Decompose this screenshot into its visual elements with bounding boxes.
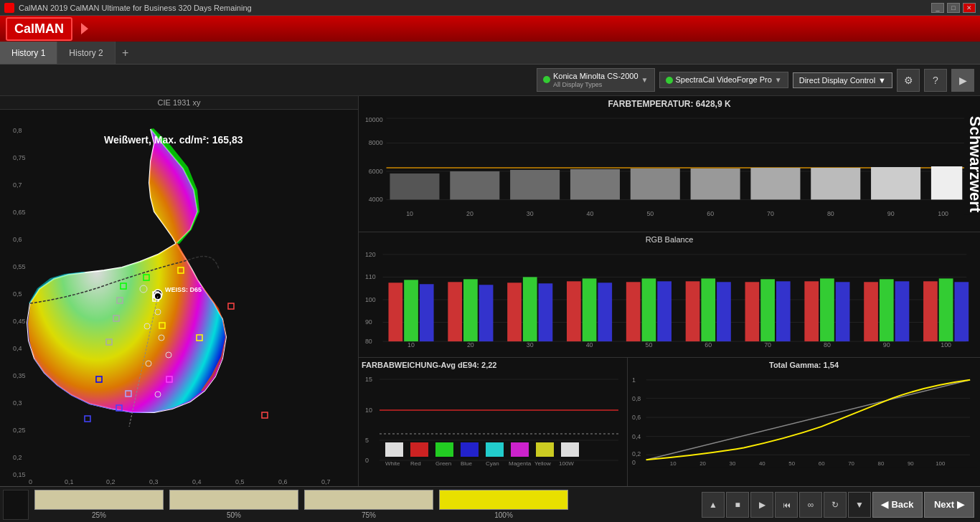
bottom-charts: FARBABWEICHUNG-Avg dE94: 2,22 15 10 5 0 [359,358,980,486]
svg-text:10: 10 [365,407,372,414]
svg-text:0,2: 0,2 [13,454,22,461]
svg-text:40: 40 [759,460,765,467]
svg-rect-106 [507,283,522,341]
svg-text:100: 100 [936,460,946,467]
direct-display-button[interactable]: Direct Display Control ▼ [793,72,892,88]
svg-text:Magenta: Magenta [509,460,532,467]
back-button[interactable]: ◀ Back [872,492,923,518]
svg-text:8000: 8000 [369,139,383,146]
svg-rect-105 [479,285,494,341]
svg-text:0,65: 0,65 [13,209,26,216]
bottom-nav: ▲ ■ ▶ ⏮ ∞ ↻ ▼ ◀ Back Next ▶ [702,492,980,518]
skip-back-button[interactable]: ⏮ [775,492,798,518]
svg-text:90: 90 [883,341,890,348]
cie-chart: 0,8 0,75 0,7 0,65 0,6 0,55 0,5 0,45 0,4 … [0,110,358,485]
svg-rect-114 [657,281,672,341]
source-device-button[interactable]: Konica Minolta CS-2000 All Display Types… [537,68,655,92]
svg-rect-108 [539,283,553,341]
next-button[interactable]: Next ▶ [924,492,974,518]
svg-text:60: 60 [705,341,712,348]
settings-icon: ⚙ [904,75,913,86]
svg-text:0,5: 0,5 [235,478,245,485]
svg-text:0,2: 0,2 [632,450,641,457]
svg-text:0: 0 [29,478,32,485]
svg-text:0,3: 0,3 [13,399,22,407]
svg-text:0,45: 0,45 [13,318,26,325]
maximize-button[interactable]: □ [947,3,960,13]
settings-button[interactable]: ⚙ [897,69,920,92]
svg-text:0,2: 0,2 [106,478,116,485]
swatch-black [3,490,29,520]
svg-text:50: 50 [645,341,652,348]
svg-rect-124 [864,282,878,341]
scroll-down-button[interactable]: ▼ [848,492,871,518]
svg-rect-110 [583,278,597,341]
direct-display-dropdown-icon: ▼ [878,76,886,85]
tab-history2[interactable]: History 2 [57,42,115,64]
svg-text:70: 70 [764,341,771,348]
swatch-25: 25% [34,490,164,519]
de-chart: FARBABWEICHUNG-Avg dE94: 2,22 15 10 5 0 [359,358,628,486]
play-button[interactable]: ▶ [750,492,773,518]
svg-text:50: 50 [646,210,654,217]
svg-text:Blue: Blue [461,460,473,467]
close-button[interactable]: ✕ [963,3,976,13]
forge-dropdown-icon: ▼ [775,76,782,84]
svg-text:WEISS: D65: WEISS: D65 [165,286,202,293]
svg-rect-117 [717,282,731,341]
app-icon [4,3,14,13]
svg-rect-109 [567,281,581,341]
svg-rect-113 [642,278,656,341]
svg-text:40: 40 [587,210,594,217]
svg-text:70: 70 [767,210,774,217]
svg-rect-73 [631,169,680,199]
rgb-chart-title: RGB Balance [362,235,977,244]
svg-rect-72 [570,169,620,199]
bottom-strip: 25% 50% 75% 100% ▲ ■ ▶ ⏮ ∞ ↻ ▼ ◀ Back [0,486,980,522]
svg-rect-126 [895,281,910,341]
swatch-75-label: 75% [362,511,376,519]
refresh-button[interactable]: ↻ [824,492,847,518]
svg-text:100: 100 [941,341,951,348]
svg-text:0: 0 [632,459,636,466]
scroll-up-button[interactable]: ▲ [702,492,725,518]
svg-rect-151 [410,442,428,457]
main-content: CIE 1931 xy 0,8 0,75 0,7 0,65 0,6 0,55 0… [0,96,980,486]
svg-text:70: 70 [848,460,854,467]
source-device-name: Konica Minolta CS-2000 [553,72,639,81]
svg-text:100: 100 [365,296,376,303]
svg-rect-152 [435,442,453,457]
svg-rect-119 [760,279,775,341]
svg-rect-156 [536,442,554,457]
back-arrow-icon: ◀ [881,499,888,510]
svg-text:4000: 4000 [369,196,383,203]
forge-led [666,77,673,84]
svg-text:0,4: 0,4 [632,433,641,440]
svg-text:0,75: 0,75 [13,154,26,161]
svg-text:40: 40 [586,341,593,348]
forge-device-button[interactable]: SpectraCal VideoForge Pro ▼ [659,72,788,88]
svg-text:0: 0 [365,457,369,464]
minimize-button[interactable]: _ [931,3,944,13]
window-controls: _ □ ✕ [931,3,976,13]
menubar: CalMAN [0,16,980,42]
svg-text:100W: 100W [559,460,574,467]
gamma-chart-title: Total Gamma: 1,54 [631,361,977,369]
arrow-button[interactable]: ▶ [951,69,974,92]
stop-button[interactable]: ■ [726,492,749,518]
loop-button[interactable]: ∞ [799,492,822,518]
tab-history1[interactable]: History 1 [0,42,57,64]
next-arrow-icon: ▶ [957,499,964,510]
svg-text:0,8: 0,8 [632,395,641,402]
temp-chart-svg: 10000 8000 6000 4000 [362,110,977,225]
help-button[interactable]: ? [924,69,947,92]
svg-text:Yellow: Yellow [534,460,551,467]
svg-rect-74 [691,169,740,199]
svg-text:60: 60 [707,210,714,217]
svg-rect-101 [404,280,418,341]
svg-text:10: 10 [407,341,415,348]
svg-rect-70 [450,171,499,199]
svg-text:1: 1 [632,376,636,384]
tab-add-button[interactable]: + [116,42,136,64]
help-icon: ? [933,75,938,86]
